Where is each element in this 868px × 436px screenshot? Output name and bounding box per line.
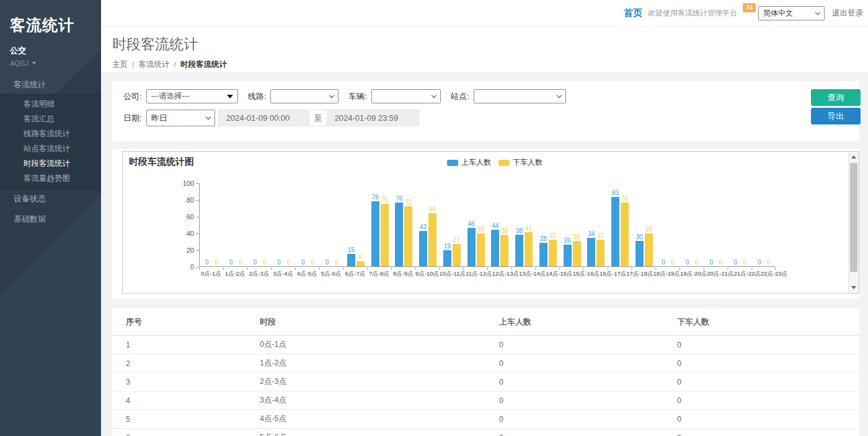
legend-item-0[interactable]: 上车人数 [447,157,491,168]
bar-value-label: 34 [588,230,595,237]
bar-column: 34 [587,230,595,266]
bar-value-label: 0 [263,259,267,266]
chevron-down-icon [32,62,37,64]
chart-category-0: 00 [200,183,224,266]
bar-boarding [564,245,572,266]
x-axis-label: 12点-13点 [492,270,519,278]
scrollbar-down-arrow[interactable] [849,282,859,293]
table-cell: 0点-1点 [255,336,494,354]
scrollbar-up-arrow[interactable] [849,152,859,162]
vehicle-label: 车辆: [348,91,367,102]
bar-value-label: 39 [645,226,652,233]
table-header-1: 时段 [255,308,494,336]
chart-category-14: 2832 [536,183,560,266]
sidebar-item-0-0[interactable]: 客流明细 [0,97,101,111]
legend-item-1[interactable]: 下车人数 [498,157,542,168]
table-row-5: 65点-6点00 [112,429,859,436]
table-row-2: 32点-3点00 [112,373,859,391]
main-area: 首页 欢迎使用客流统计管理平台 34 简体中文 退出登录 时段客流统计 主页/客… [101,0,868,436]
bar-column: 38 [500,227,508,266]
bar-column: 44 [491,222,499,266]
bar-boarding [587,238,595,266]
query-button[interactable]: 查询 [811,89,861,106]
sidebar-section-0[interactable]: 客流统计 [0,76,101,94]
sidebar: 客流统计 公交 AQGJ 客流统计客流明细客流汇总线路客流统计站点客流统计时段客… [0,0,101,436]
date-start-input[interactable]: 2024-01-09 00:00 [218,110,309,126]
x-axis-labels: 0点-1点1点-2点2点-3点3点-4点4点-5点5点-6点6点-7点7点-8点… [199,270,776,278]
station-select[interactable] [474,89,566,103]
bar-boarding [395,203,403,266]
table-cell: 0 [672,354,859,373]
date-end-input[interactable]: 2024-01-09 23:59 [327,110,419,126]
bar-value-label: 0 [743,259,747,266]
dropdown-arrow-icon [227,95,233,98]
date-range-separator: 至 [309,110,327,126]
chart-category-19: 00 [656,183,680,266]
bar-column: 0 [707,259,715,266]
topbar: 首页 欢迎使用客流统计管理平台 34 简体中文 退出登录 [101,0,868,27]
scrollbar-thumb[interactable] [850,163,857,272]
bar-value-label: 0 [229,259,233,266]
line-select[interactable] [270,89,339,103]
breadcrumb-item-0[interactable]: 主页 [112,59,128,70]
x-axis-label: 10点-11点 [440,270,466,278]
logout-link[interactable]: 退出登录 [832,8,863,19]
x-axis-label: 7点-8点 [367,270,391,278]
bar-column: 76 [395,195,403,266]
sidebar-item-0-3[interactable]: 站点客流统计 [0,141,101,156]
bar-alighting [621,203,629,266]
bar-column: 30 [636,233,644,266]
notification-badge[interactable]: 34 [743,3,756,12]
bar-value-label: 0 [215,259,218,266]
x-axis-label: 6点-7点 [343,270,368,278]
date-preset-select[interactable]: 昨日 [146,110,215,126]
bar-value-label: 75 [381,196,388,203]
bar-column: 19 [443,243,451,266]
export-button[interactable]: 导出 [811,108,861,124]
bar-column: 0 [212,259,220,266]
sidebar-submenu-0: 客流明细客流汇总线路客流统计站点客流统计时段客流统计客流量趋势图 [0,94,101,188]
x-axis-label [787,270,812,278]
filter-panel: 公司: ---请选择--- 线路: 车辆: 站点: [112,81,859,141]
sidebar-item-0-1[interactable]: 客流汇总 [0,111,101,126]
bar-alighting [453,244,461,266]
bar-column: 0 [756,259,764,266]
bar-value-label: 0 [686,259,689,266]
bar-column: 0 [717,259,725,266]
bar-column: 0 [669,259,677,266]
chevron-down-icon [815,9,820,14]
company-select[interactable]: ---请选择--- [146,89,238,103]
breadcrumb-item-1[interactable]: 客流统计 [138,59,169,70]
org-code-dropdown[interactable]: AQGJ [0,56,101,67]
bar-column: 0 [732,259,740,266]
bar-value-label: 28 [540,235,547,242]
bar-value-label: 19 [444,243,451,250]
vehicle-select[interactable] [371,89,441,103]
chart-category-23: 00 [752,183,776,266]
chevron-down-icon [556,93,561,98]
language-select[interactable]: 简体中文 [758,6,825,20]
table-cell: 0 [672,336,859,354]
chart-category-17: 8376 [608,183,632,266]
sidebar-item-0-5[interactable]: 客流量趋势图 [0,171,101,186]
legend-swatch-icon [498,160,510,166]
bar-column: 83 [611,190,619,266]
sidebar-section-1[interactable]: 设备状态 [0,188,101,209]
table-cell: 1 [112,336,255,354]
x-axis-label: 0点-1点 [199,270,223,278]
bar-value-label: 0 [286,259,290,266]
bar-column: 0 [308,259,316,266]
sidebar-section-2[interactable]: 基础数据 [0,209,101,229]
bar-column: 0 [203,259,211,266]
bar-value-label: 32 [549,232,556,239]
sidebar-item-0-4[interactable]: 时段客流统计 [0,156,101,171]
sidebar-item-0-2[interactable]: 线路客流统计 [0,126,101,141]
home-link[interactable]: 首页 [624,7,642,19]
bar-column: 72 [404,199,412,266]
bar-column: 39 [645,226,653,266]
y-axis-label: 60 [173,213,194,220]
bar-value-label: 64 [429,206,436,212]
chart-category-15: 2630 [560,183,584,266]
chart-category-6: 156 [344,183,368,266]
table-cell: 2点-3点 [255,373,494,391]
